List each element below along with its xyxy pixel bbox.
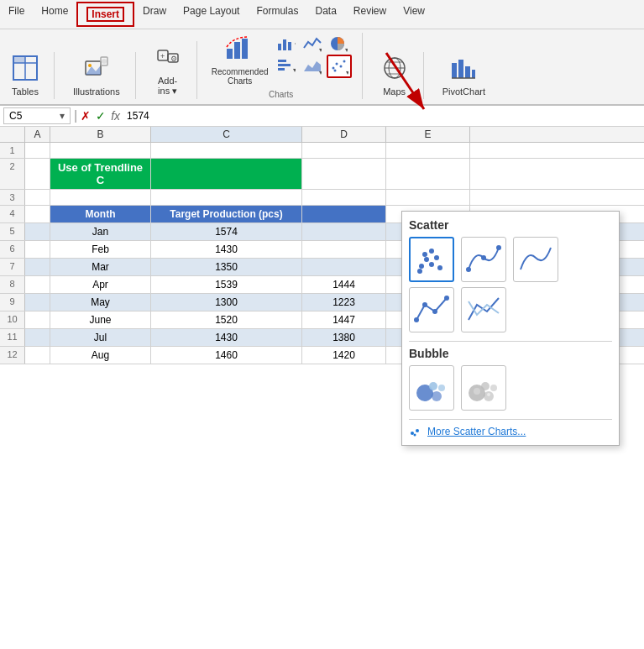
cell-6b[interactable]: Feb	[50, 241, 151, 258]
cell-7c[interactable]: 1350	[151, 259, 302, 275]
bar-chart-button[interactable]: ▾	[275, 57, 298, 76]
ribbon-group-maps: Maps	[376, 52, 424, 99]
cell-11d[interactable]: 1380	[302, 329, 386, 346]
cell-5c[interactable]: 1574	[151, 223, 302, 240]
scatter-straight-markers-button[interactable]	[409, 287, 454, 332]
cell-10a[interactable]	[25, 311, 50, 328]
menu-draw[interactable]: Draw	[134, 2, 175, 27]
menu-home[interactable]: Home	[33, 2, 76, 27]
cell-9c[interactable]: 1300	[151, 294, 302, 311]
illustrations-button[interactable]: Illustrations	[68, 52, 125, 99]
cell-6c[interactable]: 1430	[151, 241, 302, 258]
col-header-b[interactable]: B	[50, 127, 151, 142]
maps-icon	[381, 55, 408, 85]
bubble-3d-button[interactable]	[461, 365, 506, 411]
cell-2c[interactable]	[151, 159, 302, 189]
table-row: 1	[0, 143, 644, 159]
cell-ref-dropdown[interactable]: ▾	[60, 110, 65, 122]
area-chart-button[interactable]: ▾	[301, 57, 324, 76]
cell-11a[interactable]	[25, 329, 50, 346]
cell-2d[interactable]	[302, 159, 386, 189]
cell-1b[interactable]	[50, 143, 151, 158]
recommended-charts-button[interactable]: RecommendedCharts	[211, 33, 270, 88]
cell-12c[interactable]: 1460	[151, 347, 302, 364]
scatter-plain-button[interactable]	[409, 237, 454, 282]
cell-5d[interactable]	[302, 223, 386, 240]
ribbon-group-charts: RecommendedCharts ▾ ▾ ▾	[211, 33, 363, 99]
pie-chart-button[interactable]: ▾	[327, 34, 350, 53]
bubble-chart-button[interactable]	[409, 365, 454, 411]
cell-4c-target[interactable]: Target Production (pcs)	[151, 206, 302, 222]
menu-view[interactable]: View	[395, 2, 433, 27]
cell-11b[interactable]: Jul	[50, 329, 151, 346]
cell-2a[interactable]	[25, 159, 50, 189]
line-chart-button[interactable]: ▾	[301, 34, 324, 53]
scatter-smooth-lines-button[interactable]	[513, 237, 558, 282]
cell-4a[interactable]	[25, 206, 50, 222]
more-scatter-charts-link[interactable]: More Scatter Charts...	[409, 425, 612, 438]
col-header-a[interactable]: A	[25, 127, 50, 142]
cell-8c[interactable]: 1539	[151, 276, 302, 293]
cell-10c[interactable]: 1520	[151, 311, 302, 328]
cell-4b-month[interactable]: Month	[50, 206, 151, 222]
scatter-straight-button[interactable]	[461, 287, 506, 332]
cell-4d[interactable]	[302, 206, 386, 222]
row-number: 12	[0, 347, 25, 364]
cell-7b[interactable]: Mar	[50, 259, 151, 275]
cell-3b[interactable]	[50, 190, 151, 205]
col-header-d[interactable]: D	[302, 127, 386, 142]
cell-5b[interactable]: Jan	[50, 223, 151, 240]
cell-7a[interactable]	[25, 259, 50, 275]
cell-10d[interactable]: 1447	[302, 311, 386, 328]
cell-reference[interactable]: C5 ▾	[3, 107, 71, 124]
menu-formulas[interactable]: Formulas	[248, 2, 306, 27]
maps-button[interactable]: Maps	[376, 52, 413, 99]
menu-review[interactable]: Review	[345, 2, 395, 27]
cell-3e[interactable]	[386, 190, 470, 205]
cell-2e[interactable]	[386, 159, 470, 189]
enter-formula-icon[interactable]: ✓	[96, 109, 106, 123]
menu-pagelayout[interactable]: Page Layout	[175, 2, 248, 27]
cell-9b[interactable]: May	[50, 294, 151, 311]
menu-data[interactable]: Data	[306, 2, 344, 27]
cell-1c[interactable]	[151, 143, 302, 158]
cell-9d[interactable]: 1223	[302, 294, 386, 311]
cell-11c[interactable]: 1430	[151, 329, 302, 346]
menu-insert[interactable]: Insert	[76, 2, 134, 27]
pivotchart-button[interactable]: PivotChart	[437, 52, 490, 99]
cancel-formula-icon[interactable]: ✗	[81, 109, 91, 123]
menu-file[interactable]: File	[0, 2, 33, 27]
cell-8b[interactable]: Apr	[50, 276, 151, 293]
ribbon-group-illustrations: Illustrations	[68, 52, 136, 99]
column-chart-button[interactable]: ▾	[275, 34, 298, 53]
cell-9a[interactable]	[25, 294, 50, 311]
addins-button[interactable]: +⚙ Add-ins ▾	[149, 41, 186, 99]
cell-10b[interactable]: June	[50, 311, 151, 328]
cell-12a[interactable]	[25, 347, 50, 364]
col-header-c[interactable]: C	[151, 127, 302, 142]
cell-2b-title[interactable]: Use of Trendline C	[50, 159, 151, 189]
formula-input[interactable]	[123, 108, 641, 123]
cell-3a[interactable]	[25, 190, 50, 205]
cell-12d[interactable]: 1420	[302, 347, 386, 364]
cell-6a[interactable]	[25, 241, 50, 258]
cell-7d[interactable]	[302, 259, 386, 275]
scatter-smooth-lines-markers-button[interactable]	[461, 237, 506, 282]
insert-function-icon[interactable]: fx	[111, 109, 120, 123]
cell-6d[interactable]	[302, 241, 386, 258]
cell-1a[interactable]	[25, 143, 50, 158]
tables-button[interactable]: Tables	[7, 52, 44, 99]
scatter-chart-button[interactable]: ▾	[327, 55, 352, 78]
cell-1d[interactable]	[302, 143, 386, 158]
col-header-e[interactable]: E	[386, 127, 470, 142]
charts-group-label: Charts	[269, 90, 293, 99]
cell-5a[interactable]	[25, 223, 50, 240]
svg-marker-27	[304, 61, 321, 71]
cell-3d[interactable]	[302, 190, 386, 205]
cell-8a[interactable]	[25, 276, 50, 293]
cell-3c[interactable]	[151, 190, 302, 205]
cell-1e[interactable]	[386, 143, 470, 158]
cell-12b[interactable]: Aug	[50, 347, 151, 364]
cell-8d[interactable]: 1444	[302, 276, 386, 293]
svg-text:▾: ▾	[346, 69, 348, 75]
